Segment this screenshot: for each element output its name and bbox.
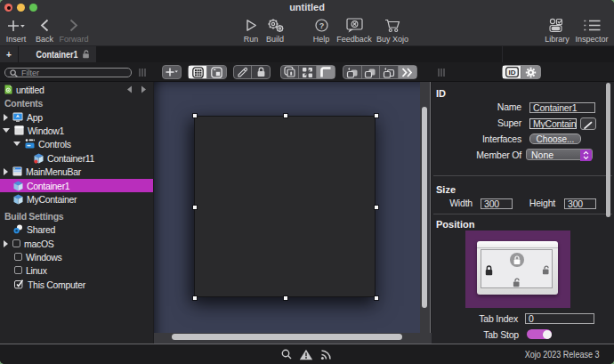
svg-text:?: ? xyxy=(319,21,324,30)
svg-text:ID: ID xyxy=(508,69,515,77)
